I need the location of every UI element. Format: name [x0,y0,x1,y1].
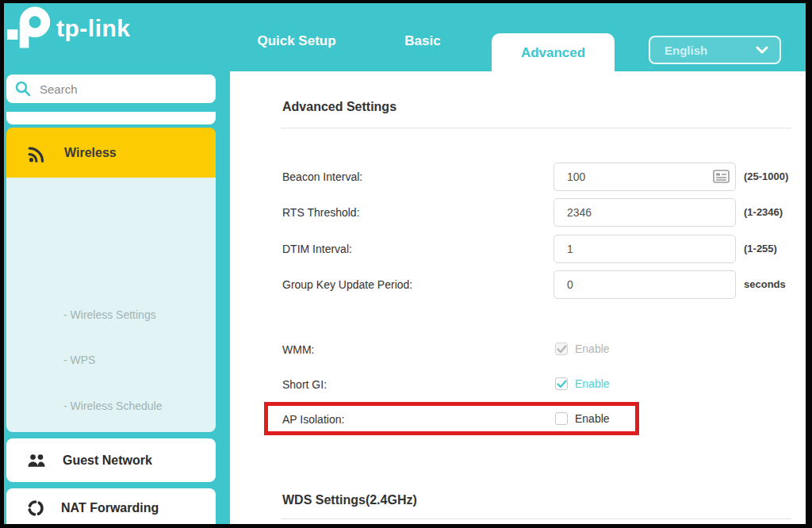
tab-quick-setup[interactable]: Quick Setup [233,3,360,71]
sidebar-item-label: Wireless [64,146,117,160]
keyboard-icon[interactable] [713,170,730,183]
dtim-interval-field [553,235,736,263]
tab-basic[interactable]: Basic [375,3,470,71]
top-header: tp-link Quick Setup Basic Advanced Engli… [4,3,806,71]
ap-isolation-enable-checkbox[interactable] [555,412,568,425]
checkbox-label: Enable [575,412,610,425]
page-title: Advanced Settings [282,100,396,114]
toggle-row-ap-isolation: AP Isolation: Enable [230,411,806,427]
field-label: Short GI: [282,377,327,392]
sidebar: Wireless - Wireless Settings - WPS - Wir… [4,71,230,524]
wireless-submenu: - Wireless Settings - WPS - Wireless Sch… [6,178,216,432]
search-box[interactable] [6,75,216,103]
form-row-beacon-interval: Beacon Interval: (25-1000) [230,163,806,191]
checkbox-label: Enable [575,377,610,390]
sidebar-partial-item [6,112,216,124]
check-icon [557,380,567,388]
guest-network-icon [26,453,47,469]
group-key-update-period-field [553,270,736,299]
sidebar-item-wireless-schedule[interactable]: - Wireless Schedule [63,400,163,412]
search-icon [14,80,32,98]
section-divider [281,518,791,519]
form-row-group-key-update-period: Group Key Update Period: seconds [230,270,806,299]
chevron-down-icon [756,46,768,54]
sidebar-item-label: Guest Network [63,453,152,468]
beacon-interval-field [553,163,736,191]
check-icon [557,345,567,354]
field-hint: seconds [744,270,786,299]
field-hint: (1-255) [744,235,777,263]
field-hint: (25-1000) [744,163,788,191]
search-input[interactable] [40,82,208,96]
toggle-row-wmm: WMM: Enable [230,342,806,358]
rts-threshold-field [553,198,736,227]
sidebar-item-guest-network[interactable]: Guest Network [6,438,216,482]
field-label: AP Isolation: [282,411,344,427]
field-label: RTS Threshold: [282,198,360,227]
field-label: Group Key Update Period: [282,270,412,299]
brand-name: tp-link [56,15,131,42]
tab-advanced[interactable]: Advanced [492,33,615,71]
toggle-row-short-gi: Short GI: Enable [230,377,806,392]
sidebar-item-wireless[interactable]: Wireless [6,128,216,178]
dtim-interval-input[interactable] [554,235,735,262]
nat-forwarding-icon [26,499,45,518]
checkbox-label: Enable [575,342,610,355]
field-label: WMM: [282,342,314,358]
field-label: Beacon Interval: [282,163,362,191]
field-hint: (1-2346) [744,198,783,227]
sidebar-item-nat-forwarding[interactable]: NAT Forwarding [6,488,216,524]
router-admin-window: tp-link Quick Setup Basic Advanced Engli… [4,3,806,524]
form-row-dtim-interval: DTIM Interval: (1-255) [230,235,806,263]
sidebar-item-wps[interactable]: - WPS [63,354,95,366]
language-selected: English [665,44,707,57]
rts-threshold-input[interactable] [554,199,735,226]
short-gi-enable-checkbox[interactable] [555,377,568,390]
field-label: DTIM Interval: [282,235,352,263]
section-divider [281,128,791,128]
tp-link-logo: tp-link [7,6,131,51]
language-dropdown[interactable]: English [649,36,781,64]
group-key-update-period-input[interactable] [554,271,735,298]
main-content: Advanced Settings Beacon Interval: (25-1… [230,71,806,524]
sidebar-item-label: NAT Forwarding [61,501,159,515]
sidebar-item-wireless-settings[interactable]: - Wireless Settings [63,308,156,321]
form-row-rts-threshold: RTS Threshold: (1-2346) [230,198,806,227]
wifi-icon [26,143,48,163]
tp-link-logo-icon [7,6,52,51]
beacon-interval-input[interactable] [554,163,735,190]
wds-section-title: WDS Settings(2.4GHz) [282,493,417,507]
wmm-enable-checkbox[interactable] [555,342,568,355]
